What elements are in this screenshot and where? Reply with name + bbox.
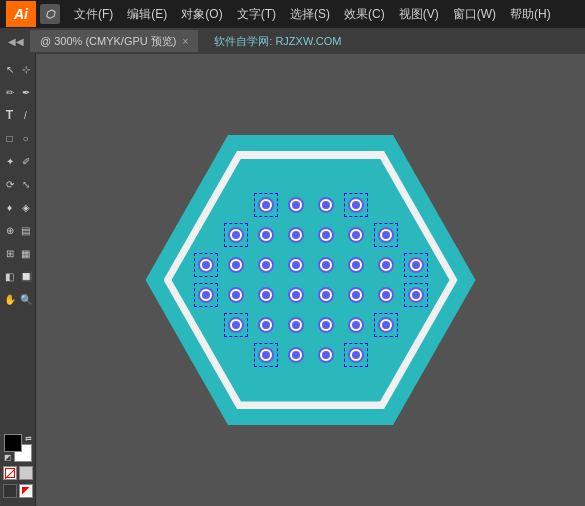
zoom-tool[interactable]: 🔍 — [18, 288, 34, 310]
hand-tool[interactable]: ✋ — [2, 288, 18, 310]
tool-group-mesh: ⊞ ▦ — [2, 242, 34, 264]
dot-item — [255, 194, 277, 216]
mesh-tool[interactable]: ⊞ — [2, 242, 18, 264]
gear-dot — [348, 287, 364, 303]
dot-item — [345, 194, 367, 216]
gear-dot — [258, 317, 274, 333]
tool-group-select: ↖ ⊹ — [2, 58, 34, 80]
line-tool[interactable]: / — [18, 104, 34, 126]
menu-text[interactable]: 文字(T) — [231, 4, 282, 25]
dot-item — [195, 314, 217, 336]
gear-dot — [258, 227, 274, 243]
rectangle-tool[interactable]: □ — [2, 127, 18, 149]
selection-tool[interactable]: ↖ — [2, 58, 18, 80]
menu-file[interactable]: 文件(F) — [68, 4, 119, 25]
scale-tool[interactable]: ⤡ — [18, 173, 34, 195]
dot-item — [375, 224, 397, 246]
symbol-sprayer-tool[interactable]: ⊕ — [2, 219, 18, 241]
gear-dot — [228, 257, 244, 273]
eyedropper-tool[interactable]: 🔲 — [18, 265, 34, 287]
rotate-tool[interactable]: ⟳ — [2, 173, 18, 195]
gear-dot — [348, 227, 364, 243]
gear-dot — [258, 257, 274, 273]
tool-group-type: T / — [2, 104, 34, 126]
gear-dot — [198, 257, 214, 273]
gear-dot — [288, 257, 304, 273]
type-tool[interactable]: T — [2, 104, 18, 126]
dot-item — [285, 314, 307, 336]
menu-bar: 文件(F) 编辑(E) 对象(O) 文字(T) 选择(S) 效果(C) 视图(V… — [68, 4, 557, 25]
site-watermark: 软件自学网: RJZXW.COM — [214, 34, 341, 49]
dot-item — [255, 284, 277, 306]
dot-item — [405, 224, 427, 246]
dot-item — [225, 224, 247, 246]
tool-group-gradient: ◧ 🔲 — [2, 265, 34, 287]
dot-item — [285, 284, 307, 306]
menu-help[interactable]: 帮助(H) — [504, 4, 557, 25]
illustrator-icon: ⬡ — [40, 4, 60, 24]
gear-dot — [348, 317, 364, 333]
gear-dot — [318, 317, 334, 333]
free-transform-tool[interactable]: ◈ — [18, 196, 34, 218]
ellipse-tool[interactable]: ○ — [18, 127, 34, 149]
dot-item — [405, 314, 427, 336]
gear-dot — [378, 257, 394, 273]
fill-stroke-colors[interactable]: ⇄ ◩ — [4, 434, 32, 462]
fill-none-icon[interactable] — [3, 466, 17, 480]
dot-item — [225, 194, 247, 216]
menu-window[interactable]: 窗口(W) — [447, 4, 502, 25]
tool-group-warp: ♦ ◈ — [2, 196, 34, 218]
pen-tool[interactable]: ✏ — [2, 81, 18, 103]
active-document-tab[interactable]: @ 300% (CMYK/GPU 预览) × — [30, 30, 198, 52]
pencil-tool[interactable]: ✐ — [18, 150, 34, 172]
tool-group-shape: □ ○ — [2, 127, 34, 149]
dot-item — [345, 314, 367, 336]
dot-pattern-grid — [195, 194, 427, 366]
menu-select[interactable]: 选择(S) — [284, 4, 336, 25]
gradient-tool[interactable]: ◧ — [2, 265, 18, 287]
stroke-white-icon[interactable] — [19, 484, 33, 498]
dot-item — [195, 224, 217, 246]
dot-item — [195, 284, 217, 306]
add-anchor-tool[interactable]: ✒ — [18, 81, 34, 103]
fill-black-icon[interactable] — [3, 484, 17, 498]
gear-dot — [288, 317, 304, 333]
collapse-panel-button[interactable]: ◀◀ — [8, 36, 24, 47]
fill-color-swatch[interactable] — [4, 434, 22, 452]
gear-dot — [258, 197, 274, 213]
dot-item — [315, 224, 337, 246]
reset-colors-icon[interactable]: ◩ — [4, 453, 12, 462]
gear-dot — [348, 347, 364, 363]
warp-tool[interactable]: ♦ — [2, 196, 18, 218]
main-area: ↖ ⊹ ✏ ✒ T / □ ○ ✦ ✐ ⟳ ⤡ ♦ ◈ ⊕ ▤ — [0, 54, 585, 506]
gear-dot — [228, 287, 244, 303]
canvas-area — [36, 54, 585, 506]
gear-dot — [348, 257, 364, 273]
direct-selection-tool[interactable]: ⊹ — [18, 58, 34, 80]
menu-object[interactable]: 对象(O) — [175, 4, 228, 25]
gear-dot — [378, 317, 394, 333]
dot-item — [345, 344, 367, 366]
bar-graph-tool[interactable]: ▦ — [18, 242, 34, 264]
screen-mode-icon[interactable] — [19, 466, 33, 480]
dot-item — [255, 314, 277, 336]
menu-edit[interactable]: 编辑(E) — [121, 4, 173, 25]
swap-colors-icon[interactable]: ⇄ — [25, 434, 32, 443]
change-screen-icon — [22, 487, 30, 495]
dot-item — [195, 344, 217, 366]
gear-dot — [288, 347, 304, 363]
paintbrush-tool[interactable]: ✦ — [2, 150, 18, 172]
gear-dot — [198, 287, 214, 303]
dot-item — [285, 254, 307, 276]
menu-view[interactable]: 视图(V) — [393, 4, 445, 25]
dot-item — [405, 254, 427, 276]
column-graph-tool[interactable]: ▤ — [18, 219, 34, 241]
menu-effect[interactable]: 效果(C) — [338, 4, 391, 25]
gear-dot — [378, 227, 394, 243]
dot-item — [405, 284, 427, 306]
gear-dot — [228, 317, 244, 333]
tool-group-rotate: ⟳ ⤡ — [2, 173, 34, 195]
color-box-area: ⇄ ◩ — [3, 434, 33, 502]
left-toolbar: ↖ ⊹ ✏ ✒ T / □ ○ ✦ ✐ ⟳ ⤡ ♦ ◈ ⊕ ▤ — [0, 54, 36, 506]
tab-close-button[interactable]: × — [182, 36, 188, 47]
